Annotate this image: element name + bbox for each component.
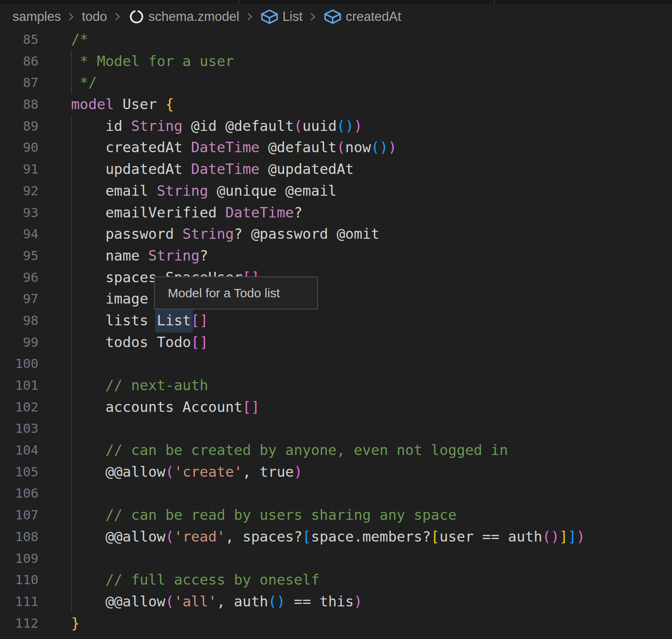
code-line-109[interactable]: 109	[0, 548, 672, 570]
tab-divider	[239, 0, 239, 4]
code-text[interactable]: @@allow('all', auth() == this)	[71, 591, 362, 613]
code-line-105[interactable]: 105 @@allow('create', true)	[0, 461, 672, 483]
line-number[interactable]: 99	[0, 332, 38, 353]
tab-divider	[494, 0, 495, 4]
code-text[interactable]: * Model for a user	[71, 51, 234, 72]
code-text[interactable]: */	[71, 72, 97, 94]
code-line-89[interactable]: 89 id String @id @default(uuid())	[0, 115, 672, 137]
line-number[interactable]: 88	[0, 94, 38, 115]
line-number[interactable]: 102	[0, 396, 38, 418]
breadcrumb-label: todo	[82, 9, 107, 24]
breadcrumb-item-createdat[interactable]: createdAt	[323, 8, 401, 25]
code-line-85[interactable]: 85/*	[0, 29, 672, 51]
code-text[interactable]: @@allow('create', true)	[71, 461, 303, 483]
code-text[interactable]: updatedAt DateTime @updatedAt	[71, 158, 354, 180]
breadcrumb-item-list[interactable]: List	[260, 8, 303, 25]
code-text[interactable]: }	[71, 613, 80, 634]
line-number[interactable]: 105	[0, 461, 38, 483]
code-text[interactable]: /*	[71, 29, 88, 51]
breadcrumb-item-samples[interactable]: samples	[13, 9, 61, 24]
code-line-96[interactable]: 96 spaces SpaceUser[]	[0, 267, 672, 289]
line-number[interactable]: 90	[0, 137, 38, 158]
code-text[interactable]: // can be read by users sharing any spac…	[71, 504, 457, 526]
code-area: 85/*86 * Model for a user87 */88model Us…	[0, 29, 672, 634]
code-line-103[interactable]: 103	[0, 418, 672, 440]
breadcrumb-label: samples	[13, 9, 61, 24]
code-line-108[interactable]: 108 @@allow('read', spaces?[space.member…	[0, 526, 672, 548]
line-number[interactable]: 106	[0, 483, 38, 504]
code-text[interactable]: // full access by oneself	[71, 569, 320, 591]
code-line-97[interactable]: 97 image String?	[0, 288, 672, 310]
line-number[interactable]: 107	[0, 504, 38, 526]
code-line-87[interactable]: 87 */	[0, 72, 672, 94]
code-line-90[interactable]: 90 createdAt DateTime @default(now())	[0, 137, 672, 158]
code-line-86[interactable]: 86 * Model for a user	[0, 51, 672, 72]
symbol-cube-icon	[323, 8, 342, 25]
code-text[interactable]: name String?	[71, 245, 208, 267]
breadcrumb-label: createdAt	[346, 9, 401, 24]
hover-tooltip: Model for a Todo list	[154, 276, 318, 309]
code-line-110[interactable]: 110 // full access by oneself	[0, 569, 672, 591]
code-text[interactable]: emailVerified DateTime?	[71, 202, 303, 224]
line-number[interactable]: 98	[0, 310, 38, 332]
line-number[interactable]: 109	[0, 548, 38, 570]
code-line-92[interactable]: 92 email String @unique @email	[0, 180, 672, 202]
breadcrumb-item-schema-zmodel[interactable]: schema.zmodel	[128, 8, 239, 25]
code-text[interactable]: @@allow('read', spaces?[space.members?[u…	[71, 526, 585, 548]
code-line-99[interactable]: 99 todos Todo[]	[0, 332, 672, 353]
line-number[interactable]: 104	[0, 440, 38, 461]
code-line-98[interactable]: 98 lists List[]	[0, 310, 672, 332]
code-line-112[interactable]: 112}	[0, 613, 672, 634]
line-number[interactable]: 111	[0, 591, 38, 613]
breadcrumb-label: List	[282, 9, 303, 24]
tab-bar-edge	[0, 0, 672, 5]
line-number[interactable]: 103	[0, 418, 38, 440]
code-line-95[interactable]: 95 name String?	[0, 245, 672, 267]
code-line-102[interactable]: 102 accounts Account[]	[0, 396, 672, 418]
line-number[interactable]: 110	[0, 569, 38, 591]
code-line-88[interactable]: 88model User {	[0, 94, 672, 115]
line-number[interactable]: 96	[0, 267, 38, 289]
chevron-right-icon	[112, 11, 123, 22]
code-text[interactable]: email String @unique @email	[71, 180, 337, 202]
breadcrumb-item-todo[interactable]: todo	[82, 9, 107, 24]
chevron-right-icon	[308, 11, 318, 22]
line-number[interactable]: 87	[0, 72, 38, 94]
code-text[interactable]: model User {	[71, 94, 174, 115]
code-text[interactable]: createdAt DateTime @default(now())	[71, 137, 397, 158]
line-number[interactable]: 97	[0, 288, 38, 310]
chevron-right-icon	[244, 11, 255, 22]
line-number[interactable]: 108	[0, 526, 38, 548]
code-text[interactable]: todos Todo[]	[71, 332, 208, 353]
code-line-106[interactable]: 106	[0, 483, 672, 504]
line-number[interactable]: 86	[0, 51, 38, 72]
line-number[interactable]: 94	[0, 223, 38, 245]
code-line-100[interactable]: 100	[0, 353, 672, 375]
code-line-94[interactable]: 94 password String? @password @omit	[0, 223, 672, 245]
line-number[interactable]: 95	[0, 245, 38, 267]
indent-guide	[71, 51, 72, 94]
code-line-107[interactable]: 107 // can be read by users sharing any …	[0, 504, 672, 526]
code-text[interactable]: id String @id @default(uuid())	[71, 115, 362, 137]
indent-guide	[71, 115, 72, 613]
line-number[interactable]: 112	[0, 613, 38, 634]
line-number[interactable]: 89	[0, 115, 38, 137]
code-line-91[interactable]: 91 updatedAt DateTime @updatedAt	[0, 158, 672, 180]
code-text[interactable]: lists List[]	[71, 310, 208, 332]
line-number[interactable]: 93	[0, 202, 38, 224]
line-number[interactable]: 85	[0, 29, 38, 51]
code-line-104[interactable]: 104 // can be created by anyone, even no…	[0, 440, 672, 461]
code-text[interactable]: // can be created by anyone, even not lo…	[71, 440, 508, 461]
line-number[interactable]: 100	[0, 353, 38, 375]
code-line-101[interactable]: 101 // next-auth	[0, 375, 672, 396]
line-number[interactable]: 91	[0, 158, 38, 180]
code-text[interactable]: password String? @password @omit	[71, 223, 380, 245]
line-number[interactable]: 101	[0, 375, 38, 396]
code-text[interactable]: // next-auth	[71, 375, 208, 396]
code-line-111[interactable]: 111 @@allow('all', auth() == this)	[0, 591, 672, 613]
code-text[interactable]: accounts Account[]	[71, 396, 259, 418]
code-line-93[interactable]: 93 emailVerified DateTime?	[0, 202, 672, 224]
loading-spinner-icon	[128, 8, 145, 25]
breadcrumb: samplestodoschema.zmodelListcreatedAt	[0, 5, 672, 29]
line-number[interactable]: 92	[0, 180, 38, 202]
